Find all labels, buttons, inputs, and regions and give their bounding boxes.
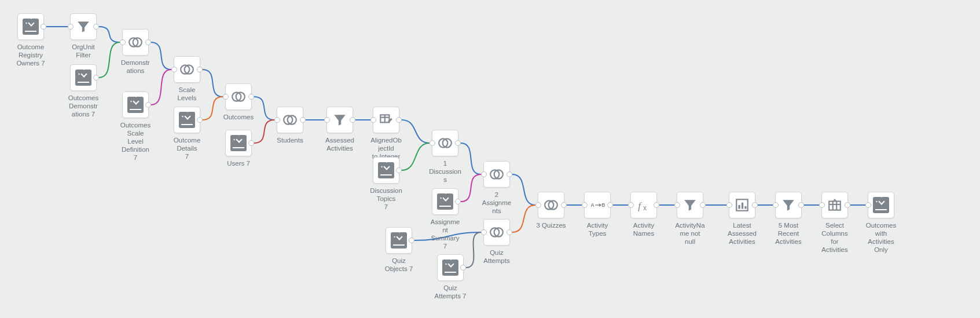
output-port[interactable] <box>248 140 254 146</box>
node-box[interactable] <box>386 227 412 254</box>
node-box[interactable] <box>538 192 564 218</box>
node-box[interactable]: A B <box>584 192 611 218</box>
node-box[interactable] <box>174 107 200 133</box>
node-outcomesJoin[interactable]: Outcomes <box>222 83 255 121</box>
output-port[interactable] <box>455 140 461 146</box>
dataflow-canvas[interactable]: Outcome Registry Owners 7OrgUnit Filter … <box>0 0 980 318</box>
output-port[interactable] <box>460 265 466 271</box>
node-aligned[interactable]: AlignedObjectId to Integer <box>370 107 402 160</box>
node-assignSum[interactable]: Assignment Summary 7 <box>429 188 461 250</box>
node-orgFilter[interactable]: OrgUnit Filter <box>67 13 100 59</box>
node-box[interactable] <box>326 107 353 133</box>
node-box[interactable] <box>225 83 252 110</box>
output-port[interactable] <box>145 39 151 45</box>
node-actTypes[interactable]: A B Activity Types <box>581 192 614 237</box>
node-regOwners[interactable]: Outcome Registry Owners 7 <box>14 13 47 67</box>
input-port[interactable] <box>535 202 541 208</box>
node-box[interactable] <box>225 130 252 156</box>
node-outAct[interactable]: Outcomes with Activities Only <box>865 192 897 254</box>
input-port[interactable] <box>819 202 825 208</box>
node-quizAttJoin[interactable]: Quiz Attempts <box>480 219 513 265</box>
output-port[interactable] <box>409 237 414 243</box>
output-port[interactable] <box>197 117 203 123</box>
output-port[interactable] <box>248 94 254 100</box>
node-box[interactable] <box>437 254 464 281</box>
output-port[interactable] <box>300 117 306 123</box>
node-box[interactable] <box>868 192 894 218</box>
node-box[interactable] <box>821 192 848 218</box>
node-actNames[interactable]: f x Activity Names <box>627 192 660 237</box>
node-demoJoin[interactable]: Demonstrations <box>119 29 152 75</box>
node-box[interactable] <box>775 192 802 218</box>
input-port[interactable] <box>865 202 871 208</box>
node-scaleJoin[interactable]: Scale Levels <box>171 56 203 102</box>
input-port[interactable] <box>274 117 280 123</box>
input-port[interactable] <box>481 229 487 235</box>
output-port[interactable] <box>654 202 659 208</box>
node-box[interactable] <box>677 192 703 218</box>
input-port[interactable] <box>582 202 588 208</box>
output-port[interactable] <box>845 202 850 208</box>
node-scaleDef[interactable]: Outcomes Scale Level Definition 7 <box>119 92 152 162</box>
node-box[interactable] <box>373 107 399 133</box>
output-port[interactable] <box>145 102 151 108</box>
output-port[interactable] <box>506 229 512 235</box>
node-disc1[interactable]: 1 Discussions <box>429 130 461 184</box>
output-port[interactable] <box>41 24 46 30</box>
output-port[interactable] <box>506 171 512 177</box>
link-orgFilter-to-demoJoin <box>99 27 120 42</box>
node-assign2[interactable]: 2 Assignments <box>480 161 513 215</box>
output-port[interactable] <box>396 167 402 173</box>
input-port[interactable] <box>370 117 376 123</box>
input-port[interactable] <box>223 94 229 100</box>
input-port[interactable] <box>324 117 330 123</box>
input-port[interactable] <box>773 202 779 208</box>
node-box[interactable] <box>483 219 510 246</box>
node-recent5[interactable]: 5 Most Recent Activities <box>772 192 805 246</box>
node-discTopics[interactable]: Discussion Topics 7 <box>370 157 402 211</box>
output-port[interactable] <box>752 202 758 208</box>
input-port[interactable] <box>68 24 74 30</box>
node-box[interactable] <box>483 161 510 188</box>
node-quizObj[interactable]: Quiz Objects 7 <box>383 227 415 273</box>
output-port[interactable] <box>93 75 99 81</box>
node-box[interactable] <box>122 92 149 118</box>
node-box[interactable] <box>432 188 458 215</box>
input-port[interactable] <box>674 202 680 208</box>
node-quizAttDS[interactable]: Quiz Attempts 7 <box>434 254 467 300</box>
node-box[interactable] <box>277 107 303 133</box>
node-selectCols[interactable]: Select Columns for Activities <box>818 192 851 254</box>
node-notNull[interactable]: ActivityName not null <box>674 192 706 246</box>
output-port[interactable] <box>700 202 706 208</box>
input-port[interactable] <box>430 140 435 146</box>
output-port[interactable] <box>350 117 355 123</box>
node-users[interactable]: Users 7 <box>222 130 255 167</box>
output-port[interactable] <box>455 199 461 204</box>
input-port[interactable] <box>120 39 126 45</box>
node-box[interactable] <box>729 192 755 218</box>
node-box[interactable] <box>70 64 97 91</box>
node-quiz3[interactable]: 3 Quizzes <box>535 192 567 229</box>
input-port[interactable] <box>171 67 177 72</box>
node-box[interactable] <box>122 29 149 56</box>
output-port[interactable] <box>561 202 567 208</box>
node-latest[interactable]: Latest Assessed Activities <box>726 192 758 246</box>
node-box[interactable] <box>70 13 97 40</box>
node-outcomeDet[interactable]: Outcome Details 7 <box>171 107 203 160</box>
output-port[interactable] <box>93 24 99 30</box>
input-port[interactable] <box>481 171 487 177</box>
output-port[interactable] <box>197 67 203 72</box>
output-port[interactable] <box>396 117 402 123</box>
node-assessed[interactable]: Assessed Activities <box>324 107 356 152</box>
input-port[interactable] <box>628 202 634 208</box>
node-box[interactable]: f x <box>630 192 657 218</box>
node-box[interactable] <box>17 13 44 40</box>
node-box[interactable] <box>373 157 399 184</box>
output-port[interactable] <box>798 202 804 208</box>
output-port[interactable] <box>607 202 613 208</box>
node-box[interactable] <box>174 56 200 83</box>
node-outcomesDemo[interactable]: Outcomes Demonstrations 7 <box>67 64 100 118</box>
node-box[interactable] <box>432 130 458 156</box>
input-port[interactable] <box>726 202 732 208</box>
node-students[interactable]: Students <box>274 107 306 144</box>
